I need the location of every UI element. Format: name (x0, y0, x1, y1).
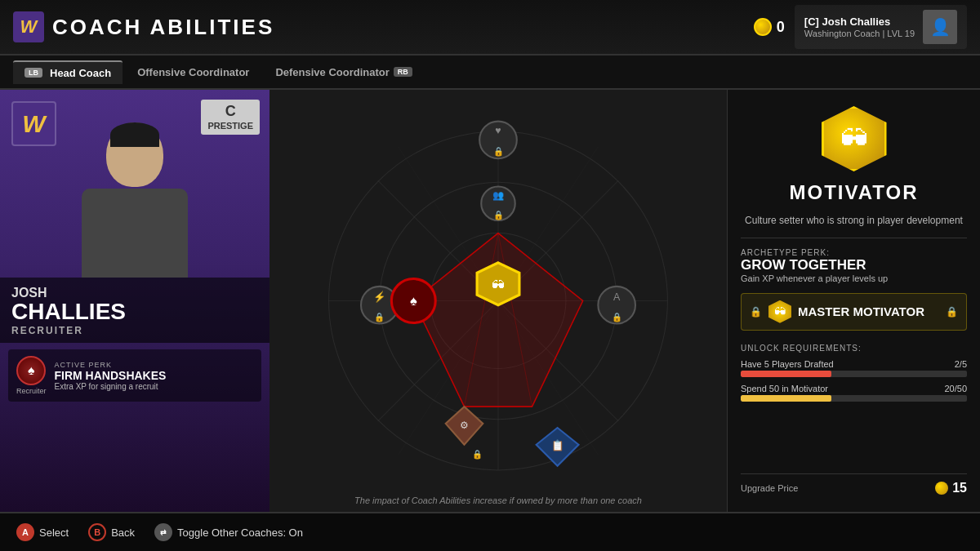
svg-text:⚙: ⚙ (460, 420, 469, 431)
left-panel: W C PRESTIGE JOSH CHALLIES RECRUITER ♠ R… (0, 90, 270, 512)
tab-offensive-label: Offensive Coordinator (137, 66, 249, 78)
tab-defensive-coordinator[interactable]: Defensive Coordinator RB (264, 61, 426, 83)
avatar: 👤 (923, 10, 957, 44)
master-motivator-icon: 🕶 (768, 300, 791, 323)
ability-web-svg: ♥ 🔒 👥 🔒 ⚡ 🔒 A 🔒 ⚙ 🔒 (270, 90, 727, 512)
upgrade-cost: 15 (935, 481, 967, 495)
bottom-bar: A Select B Back ⇄ Toggle Other Coaches: … (0, 512, 980, 551)
archetype-perk-desc: Gain XP whenever a player levels up (741, 273, 967, 283)
coach-bracket: [C] (804, 16, 819, 28)
perk-name: FIRM HANDSHAKES (55, 369, 253, 382)
btn-b-back: B (88, 523, 106, 541)
bottom-tip: The impact of Coach Abilities increase i… (270, 495, 727, 505)
portrait-hair (110, 122, 159, 147)
perk-desc: Extra XP for signing a recruit (55, 382, 253, 391)
coach-role: RECRUITER (11, 325, 258, 336)
svg-text:♥: ♥ (495, 125, 501, 136)
team-logo-large: W (11, 101, 56, 146)
master-motivator-name: MASTER MOTIVATOR (798, 304, 939, 318)
perk-details: Active Perk FIRM HANDSHAKES Extra XP for… (55, 361, 253, 391)
coach-name-header: [C] Josh Challies (804, 16, 915, 29)
coach-last-name: CHALLIES (11, 300, 258, 323)
portrait-figure (69, 106, 200, 278)
main-content: W C PRESTIGE JOSH CHALLIES RECRUITER ♠ R… (0, 90, 980, 512)
ability-web: ♥ 🔒 👥 🔒 ⚡ 🔒 A 🔒 ⚙ 🔒 (270, 90, 727, 512)
coin-amount: 0 (777, 19, 785, 36)
bottom-action-back[interactable]: B Back (88, 523, 135, 541)
svg-text:♠: ♠ (410, 293, 417, 309)
coach-name-panel: JOSH CHALLIES RECRUITER (0, 278, 270, 343)
btn-toggle: ⇄ (154, 523, 172, 541)
progress-bar-0-fill (741, 371, 831, 377)
svg-marker-9 (413, 233, 582, 407)
bottom-action-select[interactable]: A Select (16, 523, 69, 541)
progress-bar-1-bg (741, 395, 967, 402)
svg-text:🔒: 🔒 (493, 146, 504, 157)
unlock-item-1-label: Spend 50 in Motivator 20/50 (741, 384, 967, 393)
svg-text:A: A (613, 292, 621, 304)
tab-bar: LB Head Coach Offensive Coordinator Defe… (0, 56, 980, 90)
archetype-label: Archetype Perk: (741, 248, 967, 257)
center-panel: ♥ 🔒 👥 🔒 ⚡ 🔒 A 🔒 ⚙ 🔒 (270, 90, 727, 512)
ability-icon-large: 🕶 (822, 106, 887, 171)
ability-icon-container: 🕶 (741, 106, 967, 171)
archetype-section: Archetype Perk: GROW TOGETHER Gain XP wh… (741, 248, 967, 283)
page-title: COACH ABILITIES (52, 15, 274, 40)
coach-full-name: Josh Challies (822, 16, 891, 28)
btn-a-select: A (16, 523, 34, 541)
progress-bar-0-bg (741, 371, 967, 377)
tab-head-coach[interactable]: LB Head Coach (13, 60, 122, 84)
perk-icon: ♠ (16, 356, 46, 385)
unlock-item-1: Spend 50 in Motivator 20/50 (741, 384, 967, 402)
coach-info-header: [C] Josh Challies Washington Coach | LVL… (795, 5, 967, 49)
perk-label: Active Perk (55, 361, 253, 369)
tab-badge-rb: RB (394, 67, 412, 77)
archetype-perk-name: GROW TOGETHER (741, 257, 967, 273)
portrait-body (82, 189, 188, 278)
master-motivator-row[interactable]: 🔒 🕶 MASTER MOTIVATOR 🔒 (741, 293, 967, 331)
svg-text:🕶: 🕶 (492, 278, 506, 293)
header-left: W COACH ABILITIES (13, 11, 274, 42)
ability-name: MOTIVATOR (741, 181, 967, 204)
svg-text:👥: 👥 (492, 189, 505, 201)
coach-sub-header: Washington Coach | LVL 19 (804, 29, 915, 38)
svg-text:🔒: 🔒 (472, 449, 483, 460)
select-label: Select (39, 527, 69, 539)
unlock-item-0-label: Have 5 Players Drafted 2/5 (741, 359, 967, 369)
coins-display: 0 (754, 18, 785, 36)
tab-head-coach-label: Head Coach (50, 67, 111, 79)
portrait-head (106, 122, 163, 187)
divider-1 (741, 238, 967, 238)
unlock-item-0: Have 5 Players Drafted 2/5 (741, 359, 967, 377)
active-perk-section: ♠ Recruiter Active Perk FIRM HANDSHAKES … (8, 349, 261, 402)
unlock-items: Have 5 Players Drafted 2/5 Spend 50 in M… (741, 359, 967, 402)
header: W COACH ABILITIES 0 [C] Josh Challies Wa… (0, 0, 980, 56)
coin-icon (754, 18, 772, 36)
team-logo-header: W (13, 11, 44, 42)
recruiter-label: Recruiter (16, 387, 47, 395)
lock-icon-right: 🔒 (946, 306, 958, 318)
bottom-action-toggle[interactable]: ⇄ Toggle Other Coaches: On (154, 523, 303, 541)
tab-offensive-coordinator[interactable]: Offensive Coordinator (126, 61, 261, 83)
progress-bar-1-fill (741, 395, 831, 402)
prestige-letter: C (207, 103, 253, 121)
svg-text:🔒: 🔒 (374, 312, 385, 322)
upgrade-amount: 15 (952, 481, 967, 495)
ability-desc: Culture setter who is strong in player d… (741, 214, 967, 228)
tab-badge-lb: LB (24, 68, 42, 78)
tab-defensive-label: Defensive Coordinator (275, 66, 389, 78)
prestige-badge: C PRESTIGE (201, 100, 260, 135)
svg-text:🔒: 🔒 (612, 312, 622, 322)
svg-text:⚡: ⚡ (373, 291, 386, 304)
unlock-section: Unlock Requirements: Have 5 Players Draf… (741, 340, 967, 402)
unlock-label: Unlock Requirements: (741, 344, 967, 353)
right-panel: 🕶 MOTIVATOR Culture setter who is strong… (727, 90, 980, 512)
back-label: Back (111, 527, 135, 539)
toggle-label: Toggle Other Coaches: On (177, 527, 303, 539)
svg-text:📋: 📋 (551, 439, 564, 452)
header-right: 0 [C] Josh Challies Washington Coach | L… (754, 5, 967, 49)
upgrade-price-row: Upgrade Price 15 (741, 473, 967, 495)
svg-text:🔒: 🔒 (493, 210, 504, 220)
upgrade-coin-icon (935, 482, 948, 495)
prestige-label: PRESTIGE (207, 121, 253, 131)
